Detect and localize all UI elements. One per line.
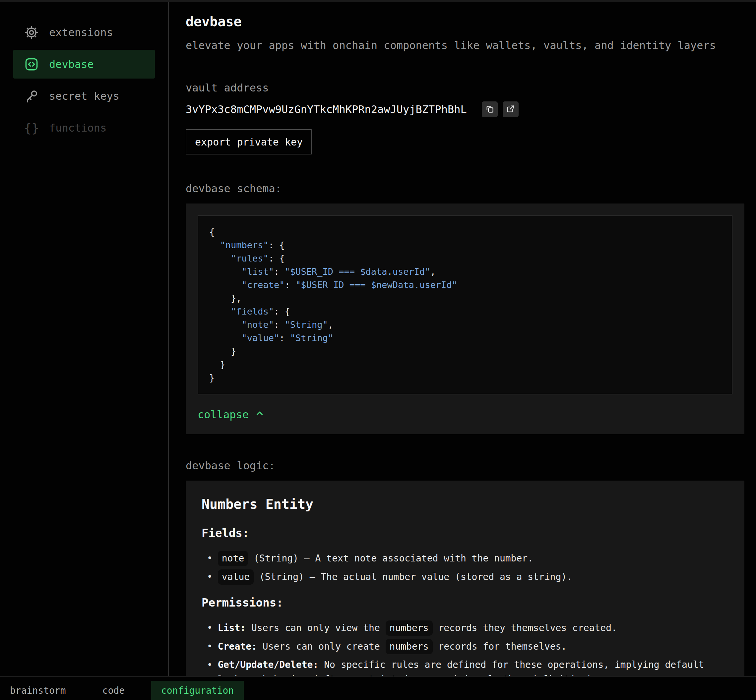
vault-address-label: vault address bbox=[186, 81, 744, 94]
code-line: "create": "$USER_ID === $newData.userId" bbox=[209, 278, 721, 292]
bullet-marker: • bbox=[207, 639, 213, 654]
tab-configuration[interactable]: configuration bbox=[151, 681, 244, 700]
bullet-marker: • bbox=[207, 551, 213, 566]
list-item: •Create: Users can only create numbers r… bbox=[207, 639, 728, 654]
sidebar-item-functions[interactable]: {}functions bbox=[13, 113, 155, 142]
chevron-up-icon bbox=[255, 408, 265, 421]
copy-icon bbox=[485, 105, 494, 114]
sidebar: extensionsdevbasesecret keys{}functions bbox=[0, 2, 169, 676]
gear-icon bbox=[24, 25, 39, 40]
schema-section-label: devbase schema: bbox=[186, 182, 744, 195]
sidebar-item-label: extensions bbox=[49, 26, 113, 39]
code-chip: value bbox=[218, 569, 254, 585]
collapse-label: collapse bbox=[198, 408, 249, 421]
logic-section-label: devbase logic: bbox=[186, 459, 744, 472]
sidebar-item-label: devbase bbox=[49, 58, 94, 70]
vault-address-row: 3vYPx3c8mCMPvw9UzGnYTkcMhKPRn2awJUyjBZTP… bbox=[186, 102, 744, 117]
code-line: }, bbox=[209, 292, 721, 305]
logic-heading: Fields: bbox=[202, 527, 728, 539]
main-panel: devbase elevate your apps with onchain c… bbox=[169, 2, 756, 700]
schema-collapse-link[interactable]: collapse bbox=[198, 408, 265, 421]
schema-panel: { "numbers": { "rules": { "list": "$USER… bbox=[186, 203, 744, 434]
code-line: "list": "$USER_ID === $data.userId", bbox=[209, 265, 721, 278]
code-chip: numbers bbox=[386, 620, 433, 636]
code-line: "fields": { bbox=[209, 305, 721, 318]
schema-code-block: { "numbers": { "rules": { "list": "$USER… bbox=[198, 216, 733, 394]
code-chip: numbers bbox=[386, 639, 433, 654]
tab-brainstorm[interactable]: brainstorm bbox=[10, 681, 76, 700]
page-title: devbase bbox=[186, 14, 744, 29]
code-chip: note bbox=[218, 551, 248, 566]
braces-icon: {} bbox=[24, 120, 39, 135]
code-line: "value": "String" bbox=[209, 331, 721, 345]
sidebar-item-label: functions bbox=[49, 122, 106, 134]
bullet-marker: • bbox=[207, 569, 213, 585]
list-item: •List: Users can only view the numbers r… bbox=[207, 620, 728, 636]
sidebar-item-extensions[interactable]: extensions bbox=[13, 18, 155, 47]
code-line: { bbox=[209, 225, 721, 239]
logic-panel: Numbers EntityFields:•note (String) – A … bbox=[186, 481, 744, 700]
export-private-key-button[interactable]: export private key bbox=[186, 129, 312, 155]
key-icon bbox=[24, 89, 39, 103]
sidebar-item-secret-keys[interactable]: secret keys bbox=[13, 81, 155, 110]
sidebar-item-label: secret keys bbox=[49, 90, 119, 102]
app-root: extensionsdevbasesecret keys{}functions … bbox=[0, 0, 756, 700]
tab-code[interactable]: code bbox=[92, 681, 135, 700]
sidebar-item-devbase[interactable]: devbase bbox=[13, 50, 155, 78]
open-address-button[interactable] bbox=[502, 102, 518, 117]
external-link-icon bbox=[506, 105, 515, 114]
list-item: •value (String) – The actual number valu… bbox=[207, 569, 728, 585]
logic-heading: Permissions: bbox=[202, 596, 728, 609]
code-line: } bbox=[209, 345, 721, 358]
code-line: "note": "String", bbox=[209, 318, 721, 331]
vault-address-value: 3vYPx3c8mCMPvw9UzGnYTkcMhKPRn2awJUyjBZTP… bbox=[186, 103, 467, 116]
code-icon bbox=[24, 57, 39, 72]
code-line: } bbox=[209, 371, 721, 384]
bullet-marker: • bbox=[207, 620, 213, 636]
copy-address-button[interactable] bbox=[482, 102, 498, 117]
code-line: "numbers": { bbox=[209, 239, 721, 252]
footer-tab-bar: brainstormcodeconfiguration bbox=[0, 676, 756, 700]
code-line: "rules": { bbox=[209, 252, 721, 265]
list-item: •note (String) – A text note associated … bbox=[207, 551, 728, 566]
page-subtitle: elevate your apps with onchain component… bbox=[186, 39, 744, 52]
code-line: } bbox=[209, 358, 721, 371]
logic-heading: Numbers Entity bbox=[202, 497, 728, 512]
bullet-list: •note (String) – A text note associated … bbox=[202, 551, 728, 585]
